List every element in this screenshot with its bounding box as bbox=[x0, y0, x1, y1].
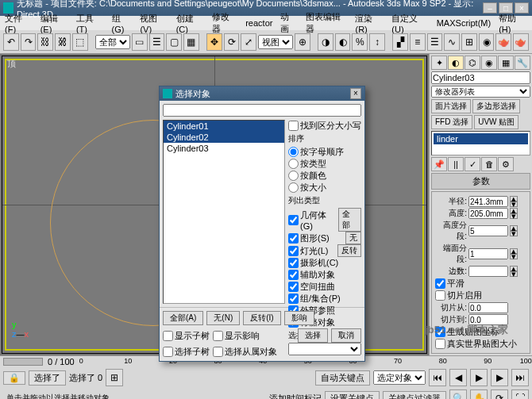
link-icon[interactable]: ⛓ bbox=[37, 33, 53, 51]
types-invert-button[interactable]: 反转 bbox=[337, 244, 361, 257]
key-filters-button[interactable]: 关键点过滤器 bbox=[383, 391, 446, 400]
selection-filter-dropdown[interactable]: 全部 bbox=[95, 35, 130, 49]
radius-input[interactable] bbox=[468, 196, 508, 207]
spinner-snap-icon[interactable]: ↕ bbox=[369, 33, 385, 51]
material-icon[interactable]: ◉ bbox=[479, 33, 495, 51]
modifier-stack[interactable]: linder bbox=[431, 131, 530, 155]
maximize-viewport-icon[interactable]: ⛶ bbox=[511, 389, 529, 399]
dialog-close-icon[interactable]: × bbox=[350, 88, 361, 99]
type-geometry-checkbox[interactable] bbox=[288, 215, 299, 225]
tab-create-icon[interactable]: ✦ bbox=[431, 56, 447, 70]
sides-input[interactable] bbox=[468, 266, 508, 277]
menu-view[interactable]: 视图(V) bbox=[140, 13, 168, 34]
sort-color-radio[interactable] bbox=[288, 171, 299, 181]
percent-snap-icon[interactable]: % bbox=[352, 33, 368, 51]
list-item[interactable]: Cylinder02 bbox=[164, 132, 284, 143]
pivot-icon[interactable]: ⊕ bbox=[295, 33, 310, 51]
type-groups-checkbox[interactable] bbox=[288, 293, 299, 304]
angle-snap-icon[interactable]: ◐ bbox=[335, 33, 351, 51]
select-region-icon[interactable]: ▢ bbox=[166, 33, 182, 51]
tab-utilities-icon[interactable]: 🔧 bbox=[515, 56, 530, 70]
menu-modifiers[interactable]: 修改器 bbox=[212, 11, 237, 35]
poly-select-button[interactable]: 多边形选择 bbox=[472, 99, 520, 113]
foot-invert-button[interactable]: 反转(I) bbox=[243, 311, 280, 325]
schematic-icon[interactable]: ⊞ bbox=[461, 33, 477, 51]
configure-icon[interactable]: ⚙ bbox=[498, 157, 514, 171]
menu-group[interactable]: 组(G) bbox=[112, 13, 133, 34]
remove-mod-icon[interactable]: 🗑 bbox=[481, 157, 497, 171]
menu-graph[interactable]: 图表编辑器 bbox=[306, 11, 348, 35]
foot-all-button[interactable]: 全部(A) bbox=[163, 311, 203, 325]
type-cameras-checkbox[interactable] bbox=[288, 258, 299, 268]
time-slider[interactable] bbox=[3, 358, 43, 366]
zoom-icon[interactable]: 🔍 bbox=[449, 389, 467, 399]
sort-type-radio[interactable] bbox=[288, 159, 299, 169]
layers-icon[interactable]: ☰ bbox=[427, 33, 443, 51]
menu-maxscript[interactable]: MAXScript(M) bbox=[437, 18, 491, 28]
menu-file[interactable]: 文件(F) bbox=[5, 13, 33, 34]
types-all-button[interactable]: 全部 bbox=[338, 208, 361, 232]
pin-stack-icon[interactable]: 📌 bbox=[431, 157, 447, 171]
unlink-icon[interactable]: ⛓̸ bbox=[55, 33, 71, 51]
uvw-map-button[interactable]: UVW 贴图 bbox=[474, 115, 519, 129]
menu-help[interactable]: 帮助(H) bbox=[499, 13, 527, 34]
type-shapes-checkbox[interactable] bbox=[288, 233, 299, 244]
smooth-checkbox[interactable] bbox=[435, 278, 445, 289]
params-rollout-header[interactable]: 参数 bbox=[431, 173, 530, 190]
menu-animation[interactable]: 动画 bbox=[280, 11, 297, 35]
list-item[interactable]: Cylinder01 bbox=[164, 121, 284, 132]
window-crossing-icon[interactable]: ▦ bbox=[183, 33, 199, 51]
slice-from-input[interactable] bbox=[468, 302, 508, 313]
minimize-button[interactable]: – bbox=[483, 2, 497, 13]
object-name-input[interactable] bbox=[431, 71, 530, 84]
goto-end-icon[interactable]: ⏭ bbox=[511, 369, 529, 386]
sel-subtree-checkbox[interactable] bbox=[163, 347, 173, 357]
scale-icon[interactable]: ⤢ bbox=[241, 33, 256, 51]
modifier-list-dropdown[interactable]: 修改器列表 bbox=[431, 86, 530, 98]
foot-influence-button[interactable]: 影响 bbox=[284, 311, 314, 325]
align-icon[interactable]: ≡ bbox=[410, 33, 426, 51]
hseg-input[interactable] bbox=[468, 225, 508, 236]
redo-icon[interactable]: ↷ bbox=[21, 33, 37, 51]
selection-lock-icon[interactable]: 🔒 bbox=[3, 371, 25, 385]
select-by-name-icon[interactable]: ☰ bbox=[149, 33, 165, 51]
auto-key-button[interactable]: 自动关键点 bbox=[315, 370, 370, 386]
list-item[interactable]: Cylinder03 bbox=[164, 143, 284, 154]
pan-icon[interactable]: ✋ bbox=[470, 389, 488, 399]
menu-reactor[interactable]: reactor bbox=[245, 18, 272, 28]
goto-start-icon[interactable]: ⏮ bbox=[429, 369, 446, 386]
menu-edit[interactable]: 编辑(E) bbox=[40, 13, 68, 34]
type-warps-checkbox[interactable] bbox=[288, 282, 299, 292]
stack-item[interactable]: linder bbox=[434, 133, 528, 144]
tab-motion-icon[interactable]: ◉ bbox=[481, 56, 497, 70]
render-scene-icon[interactable]: 🫖 bbox=[495, 33, 511, 51]
foot-none-button[interactable]: 无(N) bbox=[206, 311, 240, 325]
show-dep-checkbox[interactable] bbox=[213, 331, 223, 341]
select-icon[interactable]: ▭ bbox=[132, 33, 148, 51]
select-button[interactable]: 选择 bbox=[298, 328, 328, 343]
cseg-input[interactable] bbox=[468, 248, 508, 259]
height-input[interactable] bbox=[468, 208, 508, 219]
coord-display-icon[interactable]: ⊞ bbox=[106, 369, 123, 386]
sort-alpha-radio[interactable] bbox=[288, 147, 299, 157]
type-lights-checkbox[interactable] bbox=[288, 246, 299, 256]
next-frame-icon[interactable]: ▶ bbox=[491, 369, 508, 386]
tab-hierarchy-icon[interactable]: ⌬ bbox=[465, 56, 480, 70]
play-icon[interactable]: ▶ bbox=[470, 369, 488, 386]
move-icon[interactable]: ✥ bbox=[206, 33, 222, 51]
ffd-select-button[interactable]: FFD 选择 bbox=[431, 115, 472, 129]
match-case-checkbox[interactable] bbox=[288, 121, 299, 131]
show-subtree-checkbox[interactable] bbox=[163, 331, 173, 341]
selected-button[interactable]: 选择了 bbox=[29, 370, 66, 386]
tab-modify-icon[interactable]: ◐ bbox=[448, 56, 464, 70]
filter-input[interactable] bbox=[163, 104, 361, 117]
unique-icon[interactable]: ✓ bbox=[465, 157, 480, 171]
real-ws-checkbox[interactable] bbox=[435, 339, 445, 349]
orbit-icon[interactable]: ⟳ bbox=[491, 389, 508, 399]
object-list[interactable]: Cylinder01 Cylinder02 Cylinder03 bbox=[163, 120, 285, 304]
bind-icon[interactable]: ⬚ bbox=[72, 33, 88, 51]
slice-checkbox[interactable] bbox=[435, 290, 445, 301]
undo-icon[interactable]: ↶ bbox=[3, 33, 19, 51]
rotate-icon[interactable]: ⟳ bbox=[224, 33, 240, 51]
key-target-dropdown[interactable]: 选定对象 bbox=[373, 370, 426, 385]
